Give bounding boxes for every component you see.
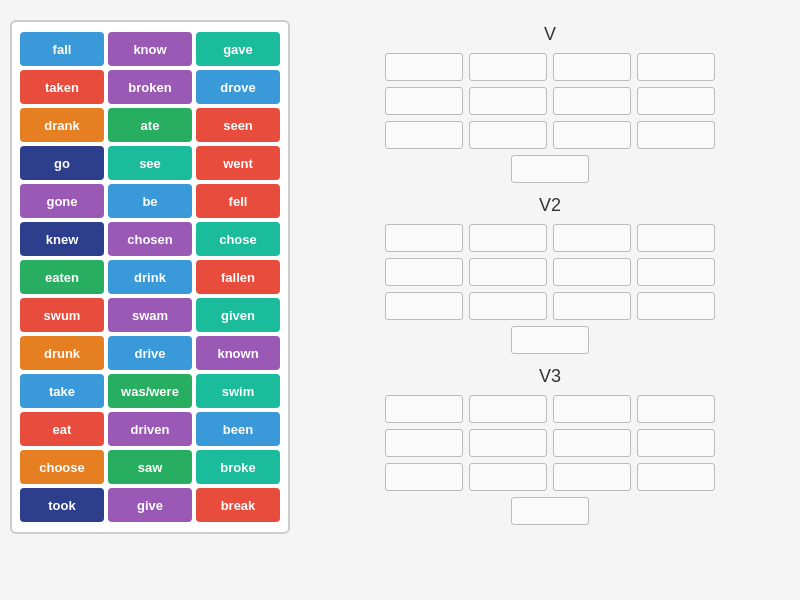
drop-extra-row: [511, 326, 589, 354]
word-tile[interactable]: knew: [20, 222, 104, 256]
word-tile[interactable]: choose: [20, 450, 104, 484]
word-tile[interactable]: went: [196, 146, 280, 180]
drop-box-single[interactable]: [511, 497, 589, 525]
drop-box[interactable]: [385, 121, 463, 149]
word-tile[interactable]: been: [196, 412, 280, 446]
drop-box[interactable]: [469, 395, 547, 423]
drop-box[interactable]: [637, 121, 715, 149]
word-bank: fallknowgavetakenbrokendrovedrankateseen…: [10, 20, 290, 534]
drop-box[interactable]: [469, 87, 547, 115]
drop-panel: VV2V3: [310, 20, 790, 580]
drop-box[interactable]: [553, 121, 631, 149]
drop-box[interactable]: [553, 429, 631, 457]
word-tile[interactable]: known: [196, 336, 280, 370]
word-tile[interactable]: swim: [196, 374, 280, 408]
word-tile[interactable]: broke: [196, 450, 280, 484]
section-title-v3: V3: [539, 366, 561, 387]
drop-box[interactable]: [469, 463, 547, 491]
word-tile[interactable]: driven: [108, 412, 192, 446]
word-tile[interactable]: chose: [196, 222, 280, 256]
word-tile[interactable]: seen: [196, 108, 280, 142]
word-tile[interactable]: fallen: [196, 260, 280, 294]
drop-box[interactable]: [385, 429, 463, 457]
section-v: V: [310, 24, 790, 183]
drop-box[interactable]: [637, 53, 715, 81]
drop-grid-v3: [385, 395, 715, 491]
word-tile[interactable]: swum: [20, 298, 104, 332]
drop-extra-row: [511, 155, 589, 183]
drop-box[interactable]: [553, 463, 631, 491]
drop-box[interactable]: [637, 395, 715, 423]
word-tile[interactable]: taken: [20, 70, 104, 104]
drop-box[interactable]: [637, 258, 715, 286]
drop-box[interactable]: [469, 429, 547, 457]
drop-box[interactable]: [469, 258, 547, 286]
word-tile[interactable]: took: [20, 488, 104, 522]
word-tile[interactable]: drank: [20, 108, 104, 142]
word-tile[interactable]: gone: [20, 184, 104, 218]
word-tile[interactable]: drink: [108, 260, 192, 294]
drop-extra-row: [511, 497, 589, 525]
drop-grid-v: [385, 53, 715, 149]
drop-box[interactable]: [553, 395, 631, 423]
drop-box[interactable]: [637, 292, 715, 320]
word-tile[interactable]: fall: [20, 32, 104, 66]
drop-box[interactable]: [385, 395, 463, 423]
word-tile[interactable]: saw: [108, 450, 192, 484]
drop-box-single[interactable]: [511, 155, 589, 183]
word-tile[interactable]: swam: [108, 298, 192, 332]
drop-box[interactable]: [385, 224, 463, 252]
word-tile[interactable]: drunk: [20, 336, 104, 370]
drop-box[interactable]: [469, 224, 547, 252]
drop-box[interactable]: [553, 224, 631, 252]
word-tile[interactable]: know: [108, 32, 192, 66]
drop-box[interactable]: [385, 87, 463, 115]
section-v3: V3: [310, 366, 790, 525]
word-tile[interactable]: given: [196, 298, 280, 332]
drop-grid-v2: [385, 224, 715, 320]
drop-box[interactable]: [553, 53, 631, 81]
drop-box[interactable]: [553, 258, 631, 286]
word-tile[interactable]: chosen: [108, 222, 192, 256]
word-tile[interactable]: fell: [196, 184, 280, 218]
section-v2: V2: [310, 195, 790, 354]
section-title-v2: V2: [539, 195, 561, 216]
drop-box[interactable]: [553, 292, 631, 320]
drop-box[interactable]: [637, 224, 715, 252]
section-title-v: V: [544, 24, 556, 45]
word-tile[interactable]: drove: [196, 70, 280, 104]
drop-box[interactable]: [637, 463, 715, 491]
word-tile[interactable]: take: [20, 374, 104, 408]
drop-box[interactable]: [637, 429, 715, 457]
word-tile[interactable]: eaten: [20, 260, 104, 294]
drop-box[interactable]: [469, 292, 547, 320]
word-tile[interactable]: see: [108, 146, 192, 180]
word-tile[interactable]: ate: [108, 108, 192, 142]
word-tile[interactable]: give: [108, 488, 192, 522]
drop-box[interactable]: [637, 87, 715, 115]
word-tile[interactable]: eat: [20, 412, 104, 446]
drop-box[interactable]: [469, 53, 547, 81]
word-tile[interactable]: drive: [108, 336, 192, 370]
word-tile[interactable]: broken: [108, 70, 192, 104]
word-tile[interactable]: was/were: [108, 374, 192, 408]
drop-box[interactable]: [553, 87, 631, 115]
drop-box[interactable]: [469, 121, 547, 149]
drop-box[interactable]: [385, 463, 463, 491]
drop-box-single[interactable]: [511, 326, 589, 354]
word-tile[interactable]: break: [196, 488, 280, 522]
main-container: fallknowgavetakenbrokendrovedrankateseen…: [0, 0, 800, 600]
drop-box[interactable]: [385, 292, 463, 320]
drop-box[interactable]: [385, 258, 463, 286]
drop-box[interactable]: [385, 53, 463, 81]
word-tile[interactable]: go: [20, 146, 104, 180]
word-tile[interactable]: be: [108, 184, 192, 218]
word-tile[interactable]: gave: [196, 32, 280, 66]
